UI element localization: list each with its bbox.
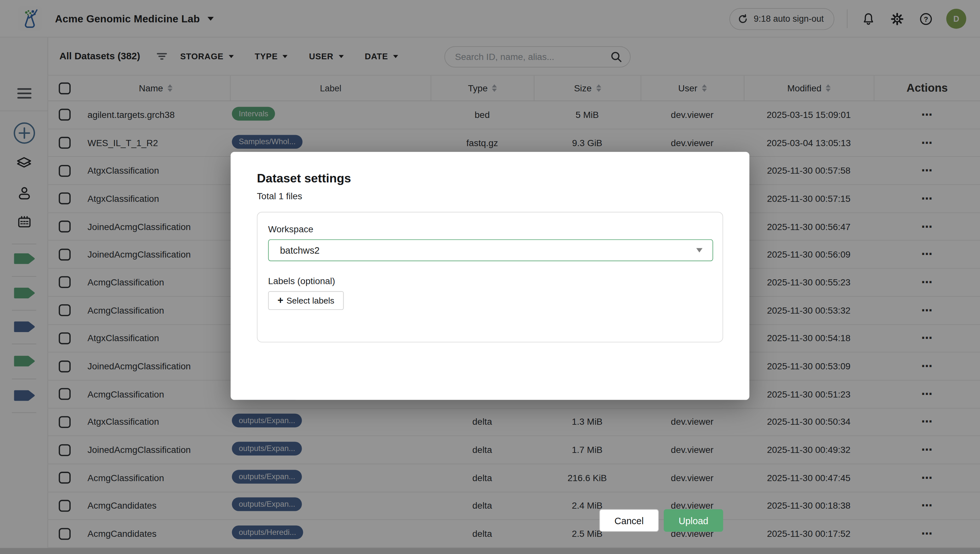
- upload-button[interactable]: Upload: [664, 509, 723, 532]
- workspace-label: Workspace: [268, 224, 313, 234]
- settings-panel: Workspace batchws2 Labels (optional) + S…: [257, 212, 723, 342]
- select-caret-icon: [696, 248, 702, 253]
- cancel-button[interactable]: Cancel: [599, 509, 658, 532]
- workspace-select[interactable]: batchws2: [268, 239, 713, 261]
- modal-title: Dataset settings: [257, 171, 723, 185]
- labels-label: Labels (optional): [268, 276, 335, 286]
- app-canvas: Acme Genomic Medicine Lab 9:18 auto sign…: [0, 0, 980, 554]
- plus-icon: +: [277, 296, 283, 306]
- select-labels-button[interactable]: + Select labels: [268, 291, 344, 310]
- modal-subtitle: Total 1 files: [257, 191, 723, 201]
- workspace-select-value: batchws2: [280, 245, 320, 256]
- dataset-settings-modal: Dataset settings Total 1 files Workspace…: [231, 152, 750, 400]
